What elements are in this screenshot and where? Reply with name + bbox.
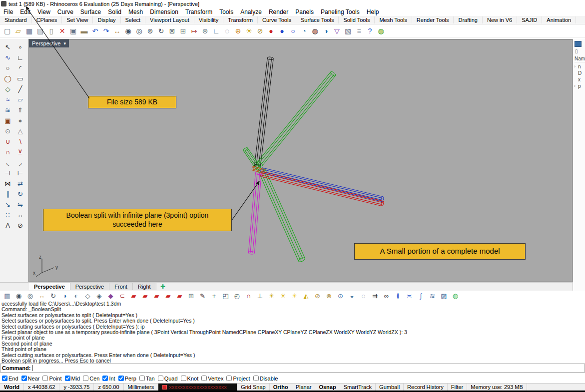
zoom-dynamic-icon[interactable]: ◉ [123, 26, 133, 36]
menu-item[interactable]: Tools [216, 8, 237, 16]
osnap-toggle[interactable]: Knot [181, 376, 199, 382]
toolbar-tab[interactable]: SAJID [517, 16, 542, 23]
gumball-icon[interactable]: ⊕ [233, 26, 243, 36]
wireframe-view-icon[interactable]: ◇ [83, 291, 92, 301]
layer-row[interactable]: D [573, 70, 585, 76]
annotate-icon[interactable]: ✎ [198, 291, 207, 301]
menu-item[interactable]: Panels [292, 8, 317, 16]
layers-icon[interactable]: ≡ [354, 26, 364, 36]
status-pane[interactable]: Planar [292, 384, 316, 391]
osnap-toggle[interactable]: Vertex [201, 376, 223, 382]
blue-sphere-icon[interactable]: ● [277, 26, 287, 36]
status-pane[interactable]: Ortho [270, 384, 292, 391]
viewport-tab[interactable]: Right [133, 283, 156, 290]
copy-clipboard-icon[interactable]: ▯ [46, 26, 56, 36]
open-file-icon[interactable]: ▱ [13, 26, 23, 36]
xray-view-icon[interactable]: ◈ [94, 291, 104, 301]
toolbar-tab[interactable]: Solid Tools [339, 16, 375, 23]
axis-icon[interactable]: + [209, 291, 219, 301]
command-prompt-input[interactable]: Command: [0, 364, 585, 373]
osnap-toggle[interactable]: Project [226, 376, 250, 382]
rendered-view-icon[interactable]: ◆ [106, 291, 115, 301]
status-pane[interactable]: Memory use: 293 MB [467, 384, 527, 391]
status-pane[interactable]: Gumball [376, 384, 404, 391]
custom-red-tool-5-icon[interactable]: ▰ [175, 291, 184, 301]
zoom-extents-icon[interactable]: ⊠ [167, 26, 177, 36]
print-icon[interactable]: ▤ [35, 26, 45, 36]
save-file-icon[interactable]: ▦ [24, 26, 34, 36]
ghosted-view-icon[interactable]: ◐ [71, 291, 81, 301]
toolbar-tab[interactable]: Surface Tools [296, 16, 339, 23]
osnap-toggle[interactable]: Near [21, 376, 40, 382]
arrows-icon[interactable]: ⇉ [370, 291, 380, 301]
cascade-icon[interactable]: ▧ [343, 26, 353, 36]
loft-icon[interactable]: ≋ [1, 105, 14, 115]
unlock-icon[interactable]: ⊜ [324, 291, 334, 301]
rotate-view-icon[interactable]: ↻ [48, 291, 58, 301]
menu-item[interactable]: Curve [54, 8, 77, 16]
circle-select-icon[interactable]: ○ [288, 26, 298, 36]
sweep-icon[interactable]: ∫ [416, 291, 426, 301]
paste-icon[interactable]: ▬ [79, 26, 89, 36]
rotate-view-icon[interactable]: ↻ [156, 26, 166, 36]
toolbar-tab[interactable]: Animation [542, 16, 576, 23]
custom-red-tool-4-icon[interactable]: ▰ [163, 291, 173, 301]
lamp-icon[interactable]: ☀ [244, 26, 254, 36]
text-icon[interactable]: A [1, 220, 14, 231]
current-layer-pane[interactable]: xxxxxxxxxxxxxxxxxxxxx [158, 384, 237, 391]
copy-object-icon[interactable]: ∥ [1, 189, 14, 199]
record-history-icon[interactable]: ◌ [222, 26, 232, 36]
osnap-toggle[interactable]: Cen [83, 376, 99, 382]
zoom-selected-icon[interactable]: ⊚ [145, 26, 155, 36]
status-pane[interactable]: Osnap [315, 384, 340, 391]
redo-icon[interactable]: ↷ [101, 26, 111, 36]
expander-icon[interactable]: › [574, 83, 577, 89]
save-icon[interactable]: ▦ [2, 291, 12, 301]
web-browser-icon[interactable]: ◍ [376, 26, 386, 36]
toolbar-tab[interactable]: Visibility [194, 16, 224, 23]
arc-icon[interactable]: ◜ [14, 63, 26, 73]
polyline-icon[interactable]: ∟ [14, 52, 26, 63]
expander-icon[interactable]: › [574, 64, 577, 69]
document-icon[interactable]: ▯ [575, 48, 585, 54]
dark-sphere-icon[interactable]: ◍ [310, 26, 320, 36]
cplane-pane[interactable]: World [0, 384, 24, 391]
intersect-icon[interactable]: ∩ [244, 291, 253, 301]
viewport-tab[interactable]: Perspective [29, 283, 70, 290]
model-tube-magenta-down-tube[interactable] [248, 172, 261, 255]
toolbar-tab[interactable]: Viewport Layout [145, 16, 194, 23]
layers-panel-icon[interactable] [575, 41, 582, 47]
loft-icon[interactable]: ≋ [428, 291, 437, 301]
units-pane[interactable]: Millimeters [124, 384, 159, 391]
toolbar-tab[interactable]: New in V6 [483, 16, 517, 23]
osnap-toggle[interactable]: Mid [65, 376, 80, 382]
pan-icon[interactable]: ↔ [37, 291, 46, 301]
toolbar-tab[interactable]: Mesh Tools [375, 16, 412, 23]
osnap-toggle[interactable]: Quad [158, 376, 178, 382]
array-icon[interactable]: ∷ [1, 210, 14, 220]
viewport-tab[interactable]: Perspective [70, 283, 109, 290]
trim-icon[interactable]: ⊣ [1, 168, 14, 178]
viewport-canvas[interactable]: Perspective ▾ File size 589 KB Boolean s… [28, 39, 573, 282]
osnap-toggle[interactable]: Perp [118, 376, 136, 382]
filter-icon[interactable]: ▽ [332, 26, 342, 36]
hide-icon[interactable]: ⊘ [14, 220, 26, 231]
polar-icon[interactable]: ◴ [232, 291, 242, 301]
osnap-checkbox[interactable] [42, 376, 48, 381]
toolbar-tab[interactable]: CPlanes [32, 16, 62, 23]
layer-row[interactable]: › n [573, 63, 585, 70]
menu-item[interactable]: Solid [104, 8, 125, 16]
grid-table-icon[interactable]: ⊞ [178, 26, 188, 36]
scale-icon[interactable]: ↘ [1, 199, 14, 210]
viewport-tab[interactable]: Front [109, 283, 133, 290]
toolbar-tab[interactable]: Display [93, 16, 120, 23]
boolean-intersection-icon[interactable]: ∩ [1, 147, 14, 157]
osnap-checkbox[interactable] [102, 376, 108, 381]
custom-red-tool-1-icon[interactable]: ▰ [129, 291, 138, 301]
osnap-checkbox[interactable] [21, 376, 27, 381]
menu-item[interactable]: Mesh [125, 8, 146, 16]
cylinder-icon[interactable]: ⊙ [1, 126, 14, 136]
toolbar-tab[interactable]: Select [121, 16, 146, 23]
menu-item[interactable]: Paneling Tools [317, 8, 363, 16]
custom-red-tool-3-icon[interactable]: ▰ [152, 291, 161, 301]
